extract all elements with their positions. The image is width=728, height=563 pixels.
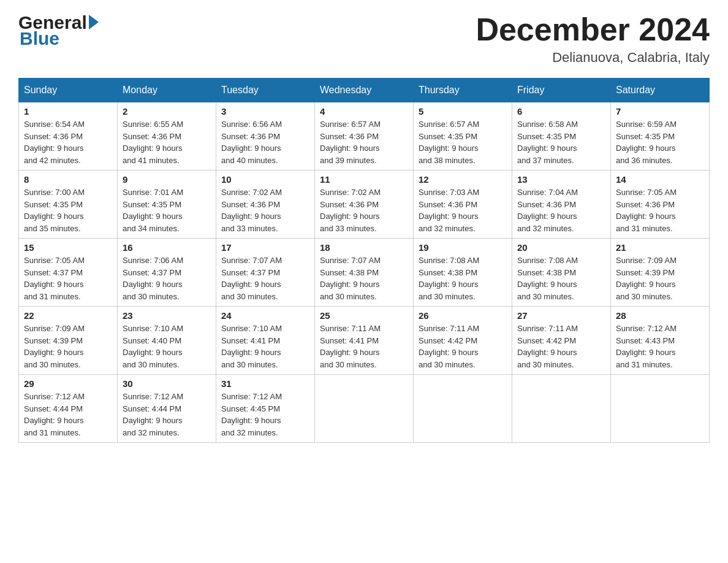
day-info: Sunrise: 7:12 AMSunset: 4:43 PMDaylight:… [616,323,704,370]
logo-blue-text: Blue [20,28,59,48]
weekday-header-saturday: Saturday [611,79,710,102]
calendar-week-row: 8Sunrise: 7:00 AMSunset: 4:35 PMDaylight… [19,170,710,239]
weekday-header-sunday: Sunday [19,79,118,102]
calendar-cell: 28Sunrise: 7:12 AMSunset: 4:43 PMDayligh… [611,307,710,375]
calendar-cell: 8Sunrise: 7:00 AMSunset: 4:35 PMDaylight… [19,170,118,239]
day-info: Sunrise: 7:03 AMSunset: 4:36 PMDaylight:… [419,186,507,234]
calendar-cell: 20Sunrise: 7:08 AMSunset: 4:38 PMDayligh… [512,239,611,307]
day-number: 22 [24,310,112,321]
day-info: Sunrise: 7:07 AMSunset: 4:38 PMDaylight:… [320,255,408,302]
day-number: 30 [123,378,211,389]
day-number: 26 [419,310,507,321]
calendar-cell: 15Sunrise: 7:05 AMSunset: 4:37 PMDayligh… [19,239,118,307]
month-title: December 2024 [476,12,710,47]
calendar-cell: 30Sunrise: 7:12 AMSunset: 4:44 PMDayligh… [118,375,216,443]
day-number: 19 [419,242,507,253]
day-info: Sunrise: 7:05 AMSunset: 4:36 PMDaylight:… [616,186,704,234]
calendar-cell: 25Sunrise: 7:11 AMSunset: 4:41 PMDayligh… [315,307,414,375]
day-number: 16 [123,242,211,253]
calendar-cell: 2Sunrise: 6:55 AMSunset: 4:36 PMDaylight… [118,102,216,170]
title-area: December 2024 Delianuova, Calabria, Ital… [476,12,710,66]
day-number: 11 [320,174,408,185]
day-info: Sunrise: 7:00 AMSunset: 4:35 PMDaylight:… [24,186,112,234]
calendar-cell: 24Sunrise: 7:10 AMSunset: 4:41 PMDayligh… [216,307,315,375]
calendar-cell: 7Sunrise: 6:59 AMSunset: 4:35 PMDaylight… [611,102,710,170]
calendar-cell: 4Sunrise: 6:57 AMSunset: 4:36 PMDaylight… [315,102,414,170]
day-number: 14 [616,174,704,185]
calendar-cell: 14Sunrise: 7:05 AMSunset: 4:36 PMDayligh… [611,170,710,239]
day-number: 28 [616,310,704,321]
calendar-cell: 9Sunrise: 7:01 AMSunset: 4:35 PMDaylight… [118,170,216,239]
calendar-cell: 17Sunrise: 7:07 AMSunset: 4:37 PMDayligh… [216,239,315,307]
day-number: 18 [320,242,408,253]
day-number: 20 [517,242,605,253]
calendar-cell: 27Sunrise: 7:11 AMSunset: 4:42 PMDayligh… [512,307,611,375]
day-info: Sunrise: 7:12 AMSunset: 4:44 PMDaylight:… [123,391,211,439]
calendar-cell: 1Sunrise: 6:54 AMSunset: 4:36 PMDaylight… [19,102,118,170]
calendar-cell: 11Sunrise: 7:02 AMSunset: 4:36 PMDayligh… [315,170,414,239]
day-info: Sunrise: 6:58 AMSunset: 4:35 PMDaylight:… [517,118,605,166]
weekday-header-friday: Friday [512,79,611,102]
calendar-cell: 13Sunrise: 7:04 AMSunset: 4:36 PMDayligh… [512,170,611,239]
day-number: 31 [221,378,309,389]
calendar-cell: 16Sunrise: 7:06 AMSunset: 4:37 PMDayligh… [118,239,216,307]
day-number: 24 [221,310,309,321]
day-info: Sunrise: 7:04 AMSunset: 4:36 PMDaylight:… [517,186,605,234]
day-info: Sunrise: 7:08 AMSunset: 4:38 PMDaylight:… [517,255,605,302]
calendar-cell [512,375,611,443]
day-number: 7 [616,106,704,117]
calendar-cell: 22Sunrise: 7:09 AMSunset: 4:39 PMDayligh… [19,307,118,375]
day-number: 25 [320,310,408,321]
day-number: 2 [123,106,211,117]
calendar-cell [611,375,710,443]
calendar-cell: 29Sunrise: 7:12 AMSunset: 4:44 PMDayligh… [19,375,118,443]
day-info: Sunrise: 7:11 AMSunset: 4:42 PMDaylight:… [419,323,507,370]
day-info: Sunrise: 7:08 AMSunset: 4:38 PMDaylight:… [419,255,507,302]
day-info: Sunrise: 7:11 AMSunset: 4:42 PMDaylight:… [517,323,605,370]
calendar-week-row: 29Sunrise: 7:12 AMSunset: 4:44 PMDayligh… [19,375,710,443]
calendar-cell [315,375,414,443]
logo-chevron-icon [89,15,99,29]
weekday-header-thursday: Thursday [414,79,512,102]
calendar-cell: 26Sunrise: 7:11 AMSunset: 4:42 PMDayligh… [414,307,512,375]
weekday-header-tuesday: Tuesday [216,79,315,102]
calendar-cell: 3Sunrise: 6:56 AMSunset: 4:36 PMDaylight… [216,102,315,170]
calendar-cell: 10Sunrise: 7:02 AMSunset: 4:36 PMDayligh… [216,170,315,239]
weekday-header-row: SundayMondayTuesdayWednesdayThursdayFrid… [19,79,710,102]
day-number: 4 [320,106,408,117]
day-info: Sunrise: 7:05 AMSunset: 4:37 PMDaylight:… [24,255,112,302]
weekday-header-monday: Monday [118,79,216,102]
day-number: 10 [221,174,309,185]
calendar-week-row: 22Sunrise: 7:09 AMSunset: 4:39 PMDayligh… [19,307,710,375]
page-header: General Blue December 2024 Delianuova, C… [18,12,710,66]
day-number: 5 [419,106,507,117]
calendar-week-row: 1Sunrise: 6:54 AMSunset: 4:36 PMDaylight… [19,102,710,170]
calendar-cell: 6Sunrise: 6:58 AMSunset: 4:35 PMDaylight… [512,102,611,170]
day-info: Sunrise: 7:11 AMSunset: 4:41 PMDaylight:… [320,323,408,370]
day-number: 6 [517,106,605,117]
day-info: Sunrise: 7:06 AMSunset: 4:37 PMDaylight:… [123,255,211,302]
calendar-cell: 12Sunrise: 7:03 AMSunset: 4:36 PMDayligh… [414,170,512,239]
day-number: 27 [517,310,605,321]
day-info: Sunrise: 7:02 AMSunset: 4:36 PMDaylight:… [221,186,309,234]
calendar-cell: 18Sunrise: 7:07 AMSunset: 4:38 PMDayligh… [315,239,414,307]
day-number: 13 [517,174,605,185]
day-number: 17 [221,242,309,253]
day-number: 1 [24,106,112,117]
day-info: Sunrise: 7:09 AMSunset: 4:39 PMDaylight:… [616,255,704,302]
calendar-cell: 31Sunrise: 7:12 AMSunset: 4:45 PMDayligh… [216,375,315,443]
day-info: Sunrise: 7:10 AMSunset: 4:40 PMDaylight:… [123,323,211,370]
day-number: 23 [123,310,211,321]
calendar-table: SundayMondayTuesdayWednesdayThursdayFrid… [18,78,710,443]
calendar-cell: 5Sunrise: 6:57 AMSunset: 4:35 PMDaylight… [414,102,512,170]
day-info: Sunrise: 6:56 AMSunset: 4:36 PMDaylight:… [221,118,309,166]
day-info: Sunrise: 7:12 AMSunset: 4:44 PMDaylight:… [24,391,112,439]
day-info: Sunrise: 7:10 AMSunset: 4:41 PMDaylight:… [221,323,309,370]
day-info: Sunrise: 7:02 AMSunset: 4:36 PMDaylight:… [320,186,408,234]
calendar-cell: 19Sunrise: 7:08 AMSunset: 4:38 PMDayligh… [414,239,512,307]
day-info: Sunrise: 7:01 AMSunset: 4:35 PMDaylight:… [123,186,211,234]
calendar-cell: 21Sunrise: 7:09 AMSunset: 4:39 PMDayligh… [611,239,710,307]
day-number: 15 [24,242,112,253]
day-number: 12 [419,174,507,185]
day-number: 3 [221,106,309,117]
